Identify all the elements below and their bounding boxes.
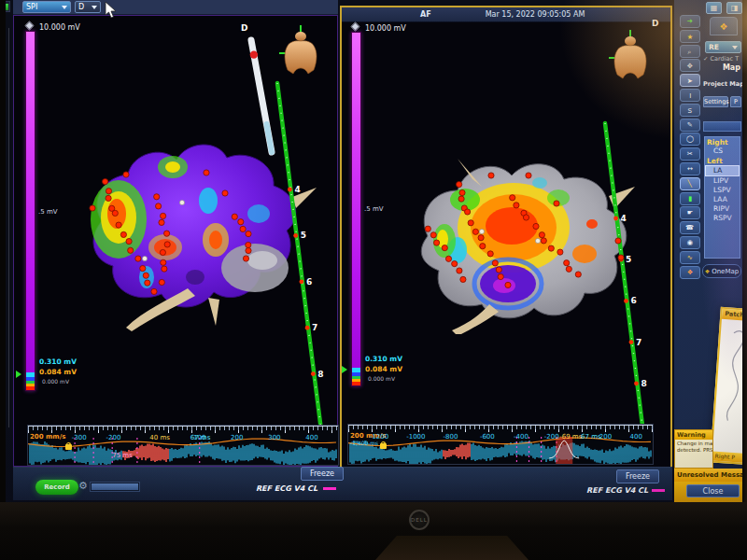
caliper-label: 67 ms	[581, 433, 601, 441]
freeze-button-right[interactable]: Freeze	[616, 469, 659, 483]
green-arrow-button[interactable]: ➔	[680, 15, 700, 28]
tab-points[interactable]: P	[730, 96, 741, 107]
monitor-bezel-right	[742, 0, 747, 502]
check-icon: ✓	[703, 55, 708, 63]
text-tool-button[interactable]: I	[680, 89, 700, 102]
warning-dialog[interactable]: Warning Change in magne detected. PRS-A	[674, 429, 713, 469]
time-tick-label: -400	[514, 433, 529, 441]
close-button[interactable]: Close	[686, 484, 740, 497]
ref-signal-swatch	[652, 489, 665, 492]
freeze-button-left[interactable]: Freeze	[301, 467, 344, 481]
unresolved-messages-bar[interactable]: Unresolved Messages: 1	[674, 469, 742, 482]
tool-column: ➔★⌕✥➤IS✎◯✂↔╲▮☛☎◉∿❖	[674, 15, 702, 314]
projection-value: D	[78, 3, 84, 11]
svg-text:5: 5	[626, 255, 631, 264]
sweep-speed-label: 200 mm/s	[30, 433, 65, 441]
lock-icon	[380, 443, 387, 449]
map-group-label-left: Left	[705, 156, 740, 165]
map-selector-dropdown[interactable]: RE	[705, 41, 741, 53]
time-tick-label: -600	[480, 433, 495, 441]
map-item-la[interactable]: LA	[705, 165, 740, 176]
caliper-tool-button[interactable]: ↔	[680, 162, 700, 175]
chevron-down-icon	[62, 6, 67, 9]
mapping-catheter	[250, 40, 272, 152]
catheter-tool-button[interactable]: ☎	[680, 221, 700, 234]
record-button[interactable]: Record	[35, 480, 78, 495]
svg-text:8: 8	[317, 370, 323, 379]
visibility-eye-icon: ◉	[687, 240, 693, 246]
top-toolbar: SPI D	[13, 0, 338, 15]
map-item-lipv[interactable]: LIPV	[705, 176, 740, 186]
map-palette-button[interactable]: ❖	[680, 266, 700, 279]
signal-progress-bar[interactable]	[90, 482, 140, 492]
green-arrow-icon: ➔	[687, 19, 693, 25]
map-item-cs[interactable]: CS	[705, 147, 740, 156]
warning-footer: Close	[674, 482, 742, 502]
viewport-left-map[interactable]: 10.000 mV .5 mV 0.310 mV 0.084 mV 0.000 …	[13, 15, 338, 467]
gear-icon[interactable]: ⚙	[78, 480, 88, 492]
eraser-brush-button[interactable]: ╲	[680, 177, 700, 190]
select-cursor-icon: ➤	[687, 77, 693, 84]
ecg-strip-left[interactable]: 200 mm/s-300-20010020030040040 ms67 ms75…	[27, 425, 339, 466]
zoom-tool-button[interactable]: ⌕	[680, 45, 700, 58]
pen-tool-button[interactable]: ✎	[680, 119, 700, 132]
curve-tool-button[interactable]: S	[680, 104, 700, 117]
distal-electrode-label: D	[241, 23, 247, 33]
onemap-button[interactable]: ❖ OneMap	[702, 264, 741, 278]
warning-line-2: detected. PRS-A	[675, 446, 712, 453]
svg-text:4: 4	[621, 214, 627, 223]
signal-wave-icon: ∿	[687, 255, 693, 261]
ellipse-tool-button[interactable]: ◯	[680, 133, 700, 146]
right-sidebar: ▦ ◨ ➔★⌕✥➤IS✎◯✂↔╲▮☛☎◉∿❖ ❖ RE ✓ Cardiac T …	[674, 0, 742, 502]
time-tick-label: -800	[444, 433, 458, 441]
decapolar-catheter: 45678	[277, 83, 324, 438]
decapolar-catheter: 45678	[605, 123, 647, 441]
warning-line-1: Change in magne	[675, 440, 712, 446]
select-cursor-button[interactable]: ➤	[680, 74, 700, 87]
distal-electrode-label: D	[652, 19, 658, 28]
map-type-dropdown[interactable]: SPI	[22, 1, 71, 13]
ellipse-tool-icon: ◯	[686, 136, 694, 143]
time-tick-label: 200	[231, 434, 243, 441]
map-item-rspv[interactable]: RSPV	[705, 214, 740, 223]
tab-settings[interactable]: Settings	[703, 96, 728, 107]
viewport-right-map[interactable]: AF Mar 15, 2022 09:05:05 AM 10.000 mV .5…	[340, 6, 672, 469]
curve-tool-icon: S	[688, 107, 693, 114]
scissors-tool-button[interactable]: ✂	[680, 147, 700, 161]
time-tick-label: -1200	[370, 433, 388, 441]
ecg-strip-right[interactable]: 200 mm/s-1,400 ms-1200-1000-800-600-400-…	[347, 424, 654, 465]
svg-text:5: 5	[301, 231, 306, 240]
hand-pointer-button[interactable]: ☛	[680, 206, 700, 219]
map-item-laa[interactable]: LAA	[705, 195, 740, 204]
svg-text:6: 6	[306, 277, 312, 287]
map-group-label-right: Right	[705, 137, 740, 147]
map-structure-list: RightCSLeftLALIPVLSPVLAARIPVRSPV	[704, 136, 740, 259]
text-tool-icon: I	[689, 92, 691, 99]
battery-status-button[interactable]: ▮	[680, 192, 700, 205]
monitor-bezel-bottom: DELL	[0, 502, 747, 560]
catheter-tool-icon: ☎	[686, 225, 695, 231]
pen-tool-icon: ✎	[687, 121, 693, 128]
hand-pointer-icon: ☛	[687, 210, 693, 217]
map-item-ripv[interactable]: RIPV	[705, 204, 740, 214]
scissors-tool-icon: ✂	[687, 151, 693, 158]
panel-header-bar[interactable]	[703, 121, 741, 132]
pan-tool-icon: ✥	[687, 63, 693, 69]
catheter-overlay-left: 45678	[14, 16, 337, 466]
window-edge-line	[8, 28, 9, 427]
warning-title: Warning	[675, 430, 712, 440]
pan-tool-button[interactable]: ✥	[680, 59, 700, 72]
window-split-icon[interactable]: ◨	[726, 2, 742, 14]
projection-dropdown[interactable]: D	[75, 1, 101, 13]
visibility-eye-button[interactable]: ◉	[680, 236, 700, 249]
ref-signal-swatch	[323, 487, 336, 490]
map-item-lspv[interactable]: LSPV	[705, 186, 740, 195]
signal-wave-button[interactable]: ∿	[680, 251, 700, 264]
monitor-bezel-left	[0, 0, 6, 502]
window-layout-icon[interactable]: ▦	[706, 2, 722, 14]
time-tick-label: -300	[72, 434, 87, 441]
tab-map-palette[interactable]: ❖	[710, 17, 738, 35]
star-tag-button[interactable]: ★	[680, 30, 700, 43]
time-ruler	[348, 425, 653, 432]
sweep-range-label: -1,400 ms	[350, 440, 378, 446]
